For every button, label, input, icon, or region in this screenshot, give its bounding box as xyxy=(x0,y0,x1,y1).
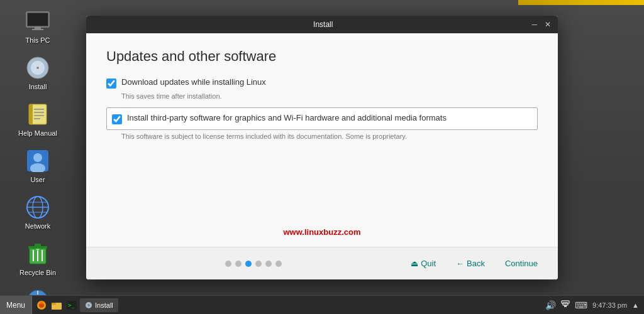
taskbar-terminal-icon[interactable]: >_ xyxy=(65,298,79,312)
dialog-titlebar: Install ─ ✕ xyxy=(86,16,558,33)
svg-text:>_: >_ xyxy=(68,302,75,308)
tray-arrow-icon[interactable]: ▲ xyxy=(632,301,639,309)
continue-button[interactable]: Continue xyxy=(500,256,543,271)
volume-icon[interactable]: 🔊 xyxy=(545,300,556,310)
quit-icon: ⏏ xyxy=(411,259,418,268)
watermark: www.linuxbuzz.com xyxy=(106,215,538,237)
taskbar-items: >_ Install xyxy=(32,296,540,314)
option-thirdparty-label[interactable]: Install third-party software for graphic… xyxy=(127,113,447,122)
dot-1 xyxy=(225,261,231,267)
taskbar-install-item[interactable]: Install xyxy=(80,298,118,312)
svg-point-42 xyxy=(87,304,90,306)
keyboard-icon[interactable]: ⌨ xyxy=(575,300,587,310)
option-updates-sublabel: This saves time after installation. xyxy=(121,92,538,100)
dialog-heading: Updates and other software xyxy=(106,48,538,65)
taskbar-firefox-icon[interactable] xyxy=(35,298,48,312)
dialog-footer: ⏏ Quit ← Back Continue xyxy=(86,247,558,279)
minimize-button[interactable]: ─ xyxy=(530,20,539,29)
dot-2 xyxy=(235,261,242,267)
back-button[interactable]: ← Back xyxy=(451,256,490,271)
option-thirdparty-checkbox[interactable] xyxy=(112,114,122,124)
dialog-title: Install xyxy=(116,20,530,29)
dialog-content: Updates and other software Download upda… xyxy=(86,33,558,247)
dot-6 xyxy=(275,261,282,267)
close-button[interactable]: ✕ xyxy=(543,20,553,29)
dialog-overlay: Install ─ ✕ Updates and other software D… xyxy=(0,0,644,295)
footer-buttons: ⏏ Quit ← Back Continue xyxy=(406,256,543,271)
quit-label: Quit xyxy=(421,259,436,268)
taskbar: Menu >_ xyxy=(0,295,644,314)
taskbar-tray: 🔊 ⌨ 9:47:33 pm ▲ xyxy=(540,300,644,310)
start-menu-button[interactable]: Menu xyxy=(0,296,32,314)
start-menu-label: Menu xyxy=(6,301,25,310)
system-clock: 9:47:33 pm xyxy=(592,301,627,309)
back-label: Back xyxy=(467,259,485,268)
dot-4 xyxy=(255,261,262,267)
tray-network-icon[interactable] xyxy=(561,300,570,310)
back-arrow-icon: ← xyxy=(456,259,464,268)
dot-5 xyxy=(265,261,272,267)
option-updates-checkbox[interactable] xyxy=(106,78,116,89)
install-dialog: Install ─ ✕ Updates and other software D… xyxy=(86,16,558,279)
dot-3-active xyxy=(245,261,252,267)
option-thirdparty-sublabel: This software is subject to license term… xyxy=(121,133,538,140)
option-updates-label[interactable]: Download updates while installing Linux xyxy=(121,77,266,87)
dialog-window-controls: ─ ✕ xyxy=(530,20,553,29)
option-thirdparty-row: Install third-party software for graphic… xyxy=(112,113,531,124)
taskbar-install-label: Install xyxy=(95,301,113,309)
option-updates-row: Download updates while installing Linux xyxy=(106,77,538,89)
taskbar-files-icon[interactable] xyxy=(50,298,64,312)
desktop: This PC Install xyxy=(0,0,644,314)
progress-dots xyxy=(101,261,406,267)
option-thirdparty-box: Install third-party software for graphic… xyxy=(106,107,538,130)
quit-button[interactable]: ⏏ Quit xyxy=(406,256,441,271)
svg-rect-45 xyxy=(562,301,569,303)
svg-rect-38 xyxy=(52,303,56,305)
